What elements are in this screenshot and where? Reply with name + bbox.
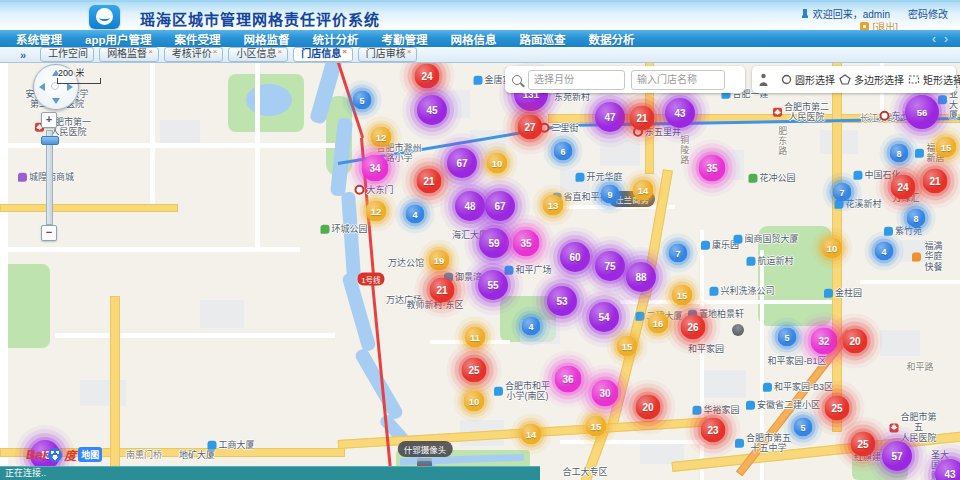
tab-close-icon[interactable]: × (342, 48, 347, 56)
pan-left-arrow[interactable] (39, 83, 45, 91)
menu-item[interactable]: 路面巡查 (519, 31, 565, 47)
zoom-in-button[interactable]: + (41, 112, 57, 128)
map-cluster-marker[interactable]: 15 (936, 137, 957, 158)
map-cluster-marker[interactable]: 21 (923, 169, 948, 194)
menu-item[interactable]: app用户管理 (85, 31, 151, 47)
pan-right-arrow[interactable] (67, 83, 73, 91)
map-cluster-marker[interactable]: 16 (648, 313, 669, 334)
map-cluster-marker[interactable]: 5 (353, 91, 372, 110)
map-cluster-marker[interactable]: 43 (665, 98, 695, 128)
map-cluster-marker[interactable]: 5 (794, 418, 813, 437)
tab-close-icon[interactable]: × (407, 48, 412, 56)
map-cluster-marker[interactable]: 4 (522, 317, 541, 336)
tab-close-icon[interactable]: × (277, 48, 282, 56)
map-cluster-marker[interactable]: 67 (447, 148, 477, 178)
menu-item[interactable]: 考勤管理 (381, 31, 427, 47)
polygon-select-button[interactable]: 多边形选择 (839, 72, 904, 87)
map-cluster-marker[interactable]: 25 (462, 358, 487, 383)
map-cluster-marker[interactable]: 15 (617, 336, 638, 357)
map-cluster-marker[interactable]: 25 (825, 396, 850, 421)
zoom-slider-handle[interactable] (41, 136, 59, 145)
tab-item[interactable]: 小区信息× (228, 47, 288, 62)
map-cluster-marker[interactable]: 35 (699, 155, 726, 182)
pan-down-arrow[interactable] (52, 98, 60, 104)
map-cluster-marker[interactable]: 27 (518, 115, 543, 140)
map-cluster-marker[interactable]: 20 (636, 395, 661, 420)
tab-expand-icon[interactable]: » (20, 49, 26, 61)
menu-item[interactable]: 网格监督 (243, 31, 289, 47)
map-cluster-marker[interactable]: 55 (478, 270, 508, 300)
map-cluster-marker[interactable]: 47 (595, 102, 625, 132)
map-cluster-marker[interactable]: 21 (630, 106, 655, 131)
map-cluster-marker[interactable]: 53 (547, 286, 577, 316)
menu-item[interactable]: 数据分析 (588, 31, 634, 47)
map-cluster-marker[interactable]: 32 (811, 328, 838, 355)
map-cluster-marker[interactable]: 20 (843, 329, 868, 354)
map-cluster-marker[interactable]: 36 (555, 366, 582, 393)
menu-scroll-arrows[interactable]: ‹ › (932, 30, 948, 47)
map-cluster-marker[interactable]: 24 (891, 175, 916, 200)
map-cluster-marker[interactable]: 35 (513, 230, 540, 257)
map-cluster-marker[interactable]: 12 (371, 127, 392, 148)
map-cluster-marker[interactable]: 14 (633, 180, 654, 201)
map-cluster-marker[interactable]: 19 (429, 250, 450, 271)
map-cluster-marker[interactable]: 9 (601, 185, 620, 204)
map-cluster-marker[interactable]: 7 (669, 244, 688, 263)
menu-item[interactable]: 网格信息 (450, 31, 496, 47)
map-cluster-marker[interactable]: 88 (626, 262, 656, 292)
menu-scroll-right-icon[interactable]: › (944, 32, 948, 46)
tab-close-icon[interactable]: × (213, 48, 218, 56)
change-password-link[interactable]: 密码修改 (908, 6, 948, 21)
map-cluster-marker[interactable]: 43 (935, 459, 960, 480)
map-cluster-marker[interactable]: 8 (907, 209, 926, 228)
map-cluster-marker[interactable]: 4 (406, 205, 425, 224)
circle-select-button[interactable]: 圆形选择 (781, 72, 835, 87)
tab-item[interactable]: 工作空间 (40, 47, 94, 62)
map-cluster-marker[interactable]: 34 (362, 155, 389, 182)
map-cluster-marker[interactable]: 6 (554, 142, 573, 161)
menu-item[interactable]: 案件受理 (174, 31, 220, 47)
menu-scroll-left-icon[interactable]: ‹ (932, 32, 936, 46)
map-cluster-marker[interactable]: 25 (851, 432, 876, 457)
map-cluster-marker[interactable]: 21 (430, 278, 455, 303)
map-cluster-marker[interactable]: 12 (366, 201, 387, 222)
map-cluster-marker[interactable]: 15 (672, 285, 693, 306)
map-cluster-marker[interactable]: 75 (595, 251, 625, 281)
menu-item[interactable]: 统计分析 (312, 31, 358, 47)
map-cluster-marker[interactable]: 67 (485, 191, 515, 221)
tab-item[interactable]: 网格监督× (99, 47, 159, 62)
month-select-input[interactable] (528, 70, 625, 90)
map-cluster-marker[interactable]: 21 (417, 169, 442, 194)
map-cluster-marker[interactable]: 57 (882, 441, 912, 471)
map-cluster-marker[interactable]: 10 (487, 153, 508, 174)
map-cluster-marker[interactable]: 8 (890, 144, 909, 163)
map-cluster-marker[interactable]: 56 (905, 95, 939, 129)
menu-item[interactable]: 系统管理 (16, 31, 62, 47)
store-name-input[interactable] (631, 70, 725, 90)
pegman-icon[interactable] (758, 73, 769, 87)
tab-item[interactable]: 考核评价× (164, 47, 224, 62)
map-cluster-marker[interactable]: 13 (543, 195, 564, 216)
map-cluster-marker[interactable]: 59 (479, 228, 509, 258)
map-cluster-marker[interactable]: 15 (586, 416, 607, 437)
map-cluster-marker[interactable]: 26 (681, 315, 706, 340)
tab-item[interactable]: 门店审核× (358, 47, 418, 62)
tab-item[interactable]: 门店信息× (293, 47, 353, 62)
map-cluster-marker[interactable]: 23 (701, 418, 726, 443)
map-cluster-marker[interactable]: 30 (592, 380, 619, 407)
map-cluster-marker[interactable]: 4 (875, 242, 894, 261)
map-cluster-marker[interactable]: 45 (417, 95, 447, 125)
map-cluster-marker[interactable]: 10 (822, 238, 843, 259)
map-cluster-marker[interactable]: 14 (521, 424, 542, 445)
map-cluster-marker[interactable]: 11 (465, 327, 486, 348)
map-cluster-marker[interactable]: 54 (589, 302, 619, 332)
map-cluster-marker[interactable]: 24 (415, 64, 440, 89)
map-cluster-marker[interactable]: 48 (455, 191, 485, 221)
map-cluster-marker[interactable]: 10 (464, 391, 485, 412)
map-cluster-marker[interactable]: 5 (778, 328, 797, 347)
map-cluster-marker[interactable]: 60 (560, 242, 590, 272)
map-cluster-marker[interactable]: 7 (833, 183, 852, 202)
zoom-out-button[interactable]: − (41, 225, 57, 241)
tab-close-icon[interactable]: × (148, 48, 153, 56)
rect-select-button[interactable]: 矩形选择 (908, 72, 960, 87)
